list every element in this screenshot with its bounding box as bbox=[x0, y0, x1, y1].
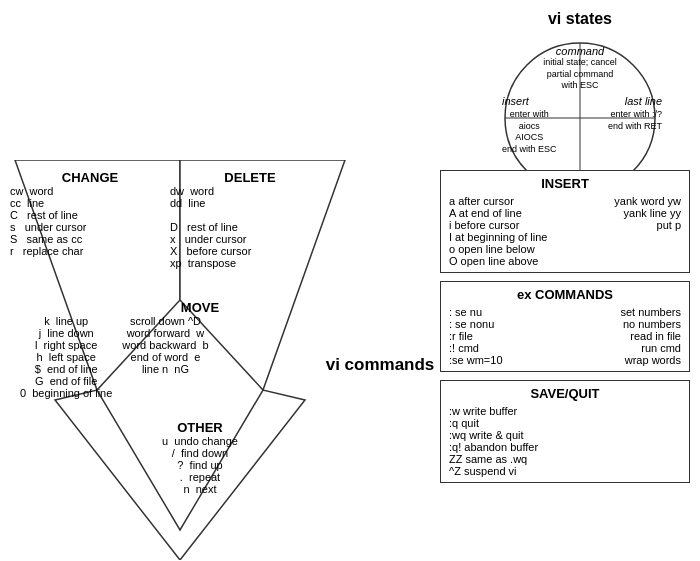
delete-line-6: X before cursor bbox=[170, 245, 330, 257]
move-right-5: line n nG bbox=[122, 363, 208, 375]
right-panels: INSERT a after cursor A at end of line i… bbox=[440, 170, 690, 491]
ex-left-4: :! cmd bbox=[449, 342, 563, 354]
delete-line-5: x under cursor bbox=[170, 233, 330, 245]
move-left-5: $ end of line bbox=[20, 363, 112, 375]
ex-right-4: run cmd bbox=[568, 342, 682, 354]
save-quit-line-5: ZZ same as .wq bbox=[449, 453, 681, 465]
change-line-3: C rest of line bbox=[10, 209, 170, 221]
insert-left-col: a after cursor A at end of line i before… bbox=[449, 195, 563, 267]
delete-line-1: dw word bbox=[170, 185, 330, 197]
vi-commands-label: vi commands bbox=[310, 355, 450, 375]
insert-right-2: yank line yy bbox=[568, 207, 682, 219]
ex-right-5: wrap words bbox=[568, 354, 682, 366]
save-quit-line-1: :w write buffer bbox=[449, 405, 681, 417]
save-quit-line-4: :q! abandon buffer bbox=[449, 441, 681, 453]
ex-commands-panel: ex COMMANDS : se nu : se nonu :r file :!… bbox=[440, 281, 690, 372]
change-line-2: cc line bbox=[10, 197, 170, 209]
insert-right-col: yank word yw yank line yy put p bbox=[568, 195, 682, 267]
save-quit-panel: SAVE/QUIT :w write buffer :q quit :wq wr… bbox=[440, 380, 690, 483]
change-line-5: S same as cc bbox=[10, 233, 170, 245]
move-right-4: end of word e bbox=[122, 351, 208, 363]
insert-left-4: I at beginning of line bbox=[449, 231, 563, 243]
other-commands: u undo change / find down ? find up . re… bbox=[100, 435, 300, 495]
insert-left-6: O open line above bbox=[449, 255, 563, 267]
other-line-3: ? find up bbox=[100, 459, 300, 471]
insert-panel: INSERT a after cursor A at end of line i… bbox=[440, 170, 690, 273]
change-title: CHANGE bbox=[10, 170, 170, 185]
state-lastline-desc: enter with :/?end with RET bbox=[608, 109, 662, 132]
move-left-4: h left space bbox=[20, 351, 112, 363]
insert-panel-content: a after cursor A at end of line i before… bbox=[449, 195, 681, 267]
change-line-1: cw word bbox=[10, 185, 170, 197]
insert-left-1: a after cursor bbox=[449, 195, 563, 207]
ex-left-1: : se nu bbox=[449, 306, 563, 318]
other-line-5: n next bbox=[100, 483, 300, 495]
insert-left-5: o open line below bbox=[449, 243, 563, 255]
delete-section: DELETE dw word dd line D rest of line x … bbox=[170, 170, 330, 269]
change-line-4: s under cursor bbox=[10, 221, 170, 233]
ex-commands-title: ex COMMANDS bbox=[449, 287, 681, 302]
move-section: MOVE k line up j line down l right space… bbox=[20, 300, 300, 399]
move-right-3: word backward b bbox=[122, 339, 208, 351]
move-left-7: 0 beginning of line bbox=[20, 387, 112, 399]
move-right-2: word forward w bbox=[122, 327, 208, 339]
other-title: OTHER bbox=[100, 420, 300, 435]
move-right-1: scroll down ^D bbox=[122, 315, 208, 327]
ex-commands-content: : se nu : se nonu :r file :! cmd :se wm=… bbox=[449, 306, 681, 366]
delete-line-2: dd line bbox=[170, 197, 330, 209]
delete-line-7: xp transpose bbox=[170, 257, 330, 269]
insert-left-2: A at end of line bbox=[449, 207, 563, 219]
other-line-4: . repeat bbox=[100, 471, 300, 483]
change-section: CHANGE cw word cc line C rest of line s … bbox=[10, 170, 170, 257]
move-left-col: k line up j line down l right space h le… bbox=[20, 315, 112, 399]
move-title: MOVE bbox=[100, 300, 300, 315]
state-insert-desc: enter withaiocsAIOCSend with ESC bbox=[502, 109, 557, 156]
ex-right-2: no numbers bbox=[568, 318, 682, 330]
other-line-2: / find down bbox=[100, 447, 300, 459]
delete-commands: dw word dd line D rest of line x under c… bbox=[170, 185, 330, 269]
move-left-2: j line down bbox=[20, 327, 112, 339]
save-quit-line-3: :wq write & quit bbox=[449, 429, 681, 441]
insert-left-3: i before cursor bbox=[449, 219, 563, 231]
vi-states-title: vi states bbox=[470, 10, 690, 28]
insert-right-1: yank word yw bbox=[568, 195, 682, 207]
move-right-col: scroll down ^D word forward w word backw… bbox=[122, 315, 208, 399]
state-command-desc: initial state; cancelpartial commandwith… bbox=[535, 57, 625, 92]
save-quit-content: :w write buffer :q quit :wq write & quit… bbox=[449, 405, 681, 477]
delete-title: DELETE bbox=[170, 170, 330, 185]
ex-left-col: : se nu : se nonu :r file :! cmd :se wm=… bbox=[449, 306, 563, 366]
state-command-label: command bbox=[556, 45, 604, 57]
ex-right-3: read in file bbox=[568, 330, 682, 342]
move-commands: k line up j line down l right space h le… bbox=[20, 315, 300, 399]
change-line-6: r replace char bbox=[10, 245, 170, 257]
save-quit-title: SAVE/QUIT bbox=[449, 386, 681, 401]
move-left-6: G end of file bbox=[20, 375, 112, 387]
vi-states-diagram: command initial state; cancelpartial com… bbox=[490, 33, 670, 193]
other-section: OTHER u undo change / find down ? find u… bbox=[100, 420, 300, 495]
delete-line-3 bbox=[170, 209, 330, 221]
state-insert-label: insert bbox=[502, 95, 529, 107]
insert-panel-title: INSERT bbox=[449, 176, 681, 191]
move-left-3: l right space bbox=[20, 339, 112, 351]
save-quit-line-6: ^Z suspend vi bbox=[449, 465, 681, 477]
ex-right-col: set numbers no numbers read in file run … bbox=[568, 306, 682, 366]
ex-left-3: :r file bbox=[449, 330, 563, 342]
ex-left-2: : se nonu bbox=[449, 318, 563, 330]
delete-line-4: D rest of line bbox=[170, 221, 330, 233]
other-line-1: u undo change bbox=[100, 435, 300, 447]
change-commands: cw word cc line C rest of line s under c… bbox=[10, 185, 170, 257]
move-left-1: k line up bbox=[20, 315, 112, 327]
save-quit-line-2: :q quit bbox=[449, 417, 681, 429]
vi-states-section: vi states command initial state; cancelp… bbox=[470, 10, 690, 193]
state-lastline-label: last line bbox=[625, 95, 662, 107]
ex-right-1: set numbers bbox=[568, 306, 682, 318]
ex-left-5: :se wm=10 bbox=[449, 354, 563, 366]
insert-right-3: put p bbox=[568, 219, 682, 231]
